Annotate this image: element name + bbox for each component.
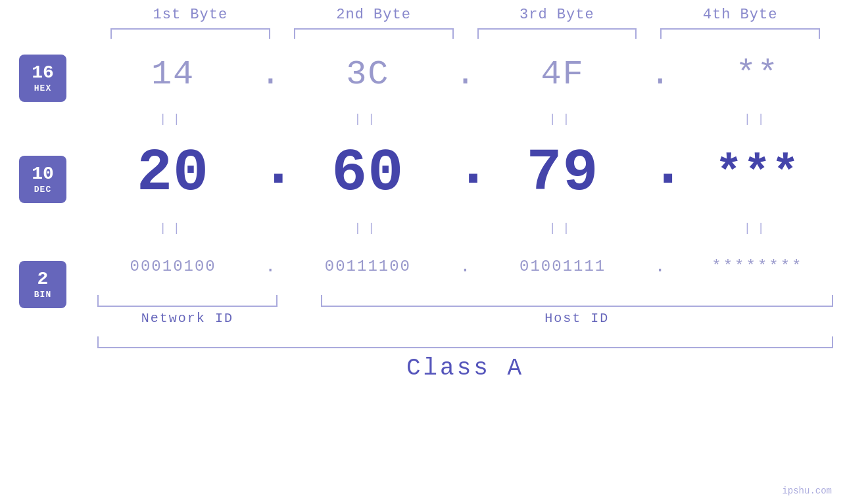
bracket-top-1 (110, 28, 270, 39)
bin-dot-3: . (650, 256, 670, 277)
hex-badge: 16 HEX (19, 55, 66, 102)
bin-row: 00010100 . 00111100 . 01001111 . *******… (85, 240, 845, 292)
equals-1-1: || (85, 112, 260, 126)
bracket-top-4 (660, 28, 820, 39)
hex-dot-2: . (456, 55, 475, 94)
network-id-label: Network ID (97, 311, 278, 326)
host-id-label: Host ID (321, 311, 833, 326)
dec-badge: 10 DEC (19, 156, 66, 203)
full-bracket (97, 336, 833, 348)
equals-2-2: || (280, 221, 455, 235)
badges-column: 16 HEX 10 DEC 2 BIN (0, 41, 85, 308)
bin-val-4: ******** (670, 258, 845, 275)
hex-badge-label: HEX (34, 83, 51, 93)
byte-label-2: 2nd Byte (282, 7, 466, 28)
bracket-gap-1 (289, 295, 309, 307)
dec-badge-wrapper: 10 DEC (19, 102, 66, 203)
hex-row: 14 . 3C . 4F . ** (85, 41, 845, 107)
bin-badge: 2 BIN (19, 261, 66, 308)
dec-dot-1: . (260, 137, 280, 210)
main-container: 1st Byte 2nd Byte 3rd Byte 4th Byte 16 H… (0, 0, 845, 504)
bracket-top-2 (294, 28, 454, 39)
bin-val-3: 01001111 (475, 258, 650, 275)
dec-val-3: 79 (475, 140, 650, 207)
hex-val-3: 4F (475, 55, 650, 94)
dec-val-4: *** (670, 148, 845, 200)
hex-badge-wrapper: 16 HEX (19, 41, 66, 102)
equals-row-1: || || || || (85, 107, 845, 131)
dec-val-1: 20 (85, 140, 260, 207)
watermark: ipshu.com (782, 486, 832, 496)
byte-label-4: 4th Byte (648, 7, 832, 28)
hex-dot-3: . (650, 55, 670, 94)
dec-badge-number: 10 (32, 164, 54, 185)
hex-dot-1: . (260, 55, 280, 94)
bracket-top-3 (477, 28, 637, 39)
hex-val-1: 14 (85, 55, 260, 94)
hex-val-2: 3C (280, 55, 455, 94)
bottom-brackets-row (85, 295, 845, 307)
bin-badge-wrapper: 2 BIN (19, 203, 66, 308)
hex-val-4: ** (670, 55, 845, 94)
dec-dot-3: . (650, 137, 670, 210)
bin-badge-label: BIN (34, 290, 51, 300)
equals-1-3: || (475, 112, 650, 126)
equals-2-4: || (670, 221, 845, 235)
equals-2-3: || (475, 221, 650, 235)
hex-badge-number: 16 (32, 63, 54, 83)
id-labels-row: Network ID Host ID (85, 311, 845, 326)
network-bracket (97, 295, 278, 307)
equals-1-4: || (670, 112, 845, 126)
byte-label-3: 3rd Byte (466, 7, 649, 28)
data-rows: 14 . 3C . 4F . ** || || (85, 41, 845, 388)
equals-row-2: || || || || (85, 216, 845, 240)
class-label: Class A (85, 355, 845, 388)
bin-badge-number: 2 (37, 269, 49, 290)
bin-val-1: 00010100 (85, 258, 260, 275)
label-gap (289, 311, 309, 326)
equals-1-2: || (280, 112, 455, 126)
bin-dot-1: . (260, 256, 280, 277)
host-bracket (321, 295, 833, 307)
dec-val-2: 60 (280, 140, 455, 207)
dec-dot-2: . (456, 137, 475, 210)
dec-badge-label: DEC (34, 185, 51, 195)
byte-label-1: 1st Byte (99, 7, 282, 28)
bin-dot-2: . (456, 256, 475, 277)
bin-val-2: 00111100 (280, 258, 455, 275)
dec-row: 20 . 60 . 79 . *** (85, 131, 845, 216)
equals-2-1: || (85, 221, 260, 235)
